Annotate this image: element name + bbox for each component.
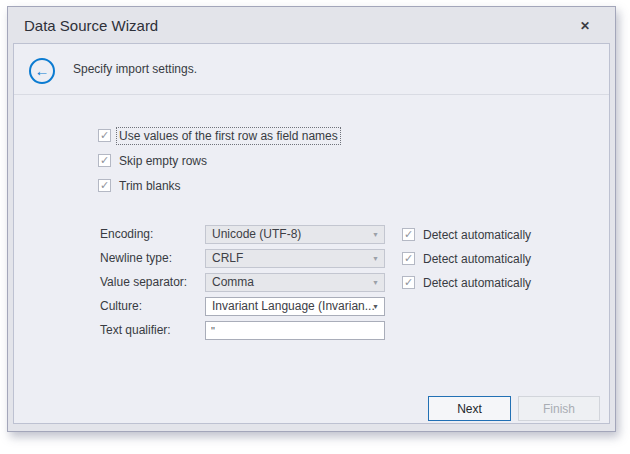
- checkbox-icon[interactable]: ✓: [402, 276, 415, 289]
- close-icon[interactable]: ✕: [575, 16, 595, 36]
- encoding-label: Encoding:: [100, 225, 200, 244]
- detect-separator-checkbox[interactable]: ✓ Detect automatically: [402, 275, 533, 290]
- checkbox-skip-empty-rows[interactable]: ✓ Skip empty rows: [98, 153, 209, 168]
- checkbox-label: Detect automatically: [421, 251, 533, 267]
- checkbox-label: Detect automatically: [421, 275, 533, 291]
- chevron-down-icon: ▼: [372, 299, 379, 315]
- checkbox-icon[interactable]: ✓: [402, 228, 415, 241]
- text-qualifier-label: Text qualifier:: [100, 321, 200, 340]
- newline-type-label: Newline type:: [100, 249, 200, 268]
- checkbox-label: Trim blanks: [117, 178, 183, 194]
- text-qualifier-input[interactable]: [205, 321, 385, 340]
- checkbox-label: Skip empty rows: [117, 153, 209, 169]
- encoding-dropdown: Unicode (UTF-8) ▼: [205, 225, 385, 244]
- back-arrow-icon: ←: [35, 62, 50, 79]
- dropdown-value: Invariant Language (Invarian...: [212, 299, 375, 313]
- title-bar: Data Source Wizard ✕: [8, 7, 615, 43]
- checkbox-icon[interactable]: ✓: [98, 129, 111, 142]
- dropdown-value: CRLF: [212, 251, 243, 265]
- value-separator-label: Value separator:: [100, 273, 200, 292]
- page-title: Specify import settings.: [73, 44, 197, 94]
- next-button[interactable]: Next: [428, 396, 511, 421]
- culture-dropdown[interactable]: Invariant Language (Invarian... ▼: [205, 297, 385, 316]
- window-title: Data Source Wizard: [24, 7, 158, 44]
- checkbox-first-row-field-names[interactable]: ✓ Use values of the first row as field n…: [98, 128, 340, 143]
- wizard-header: ← Specify import settings.: [14, 44, 609, 95]
- chevron-down-icon: ▼: [372, 275, 379, 291]
- checkbox-icon[interactable]: ✓: [98, 179, 111, 192]
- dropdown-value: Comma: [212, 275, 254, 289]
- chevron-down-icon: ▼: [372, 227, 379, 243]
- finish-button: Finish: [518, 396, 600, 421]
- back-button[interactable]: ←: [29, 58, 55, 84]
- detect-encoding-checkbox[interactable]: ✓ Detect automatically: [402, 227, 533, 242]
- dropdown-value: Unicode (UTF-8): [212, 227, 301, 241]
- newline-type-dropdown: CRLF ▼: [205, 249, 385, 268]
- checkbox-trim-blanks[interactable]: ✓ Trim blanks: [98, 178, 183, 193]
- checkbox-icon[interactable]: ✓: [98, 154, 111, 167]
- value-separator-dropdown: Comma ▼: [205, 273, 385, 292]
- detect-newline-checkbox[interactable]: ✓ Detect automatically: [402, 251, 533, 266]
- chevron-down-icon: ▼: [372, 251, 379, 267]
- wizard-page-panel: ← Specify import settings. ✓ Use values …: [13, 43, 610, 424]
- checkbox-label: Use values of the first row as field nam…: [117, 128, 340, 144]
- checkbox-label: Detect automatically: [421, 227, 533, 243]
- checkbox-icon[interactable]: ✓: [402, 252, 415, 265]
- data-source-wizard-dialog: Data Source Wizard ✕ ← Specify import se…: [7, 6, 616, 432]
- culture-label: Culture:: [100, 297, 200, 316]
